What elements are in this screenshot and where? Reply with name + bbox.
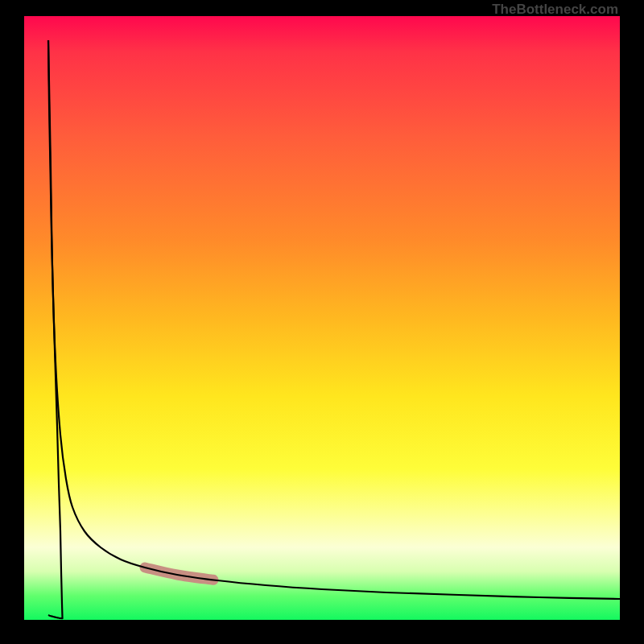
threshold-curve (48, 40, 620, 599)
chart-stage: TheBottleneck.com (0, 0, 644, 644)
curve-layer (24, 16, 620, 620)
watermark-text: TheBottleneck.com (492, 2, 618, 18)
